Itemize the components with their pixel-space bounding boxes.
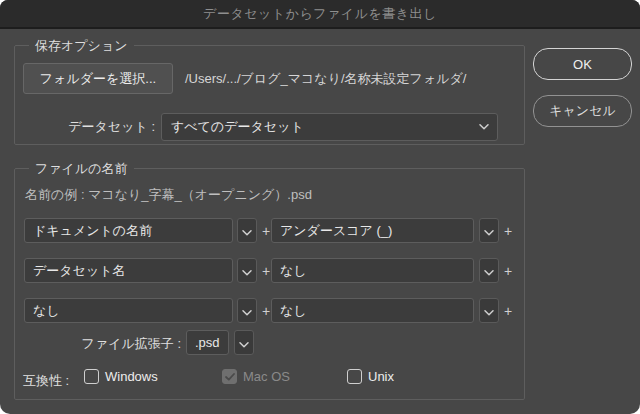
plus-separator: +: [262, 298, 270, 323]
name-token-field-6[interactable]: なし: [271, 298, 474, 323]
ok-button[interactable]: OK: [533, 48, 632, 80]
plus-separator: +: [504, 298, 512, 323]
chevron-down-icon: [484, 222, 494, 240]
file-name-group: ファイルの名前 名前の例 : マコなり_字幕_（オープニング）.psd ドキュメ…: [14, 168, 525, 400]
name-token-field-3[interactable]: データセット名: [24, 258, 233, 283]
ok-button-label: OK: [573, 57, 592, 72]
name-token-dropdown-button-2[interactable]: [479, 218, 499, 243]
windows-checkbox-label: Windows: [105, 369, 158, 384]
choose-folder-button[interactable]: フォルダーを選択...: [23, 63, 173, 94]
dialog-titlebar: データセットからファイルを書き出し: [0, 0, 640, 29]
compatibility-label: 互換性 :: [23, 372, 69, 390]
name-token-dropdown-button-1[interactable]: [237, 218, 257, 243]
unix-checkbox[interactable]: [347, 369, 362, 384]
dataset-select-value: すべてのデータセット: [162, 118, 479, 136]
name-token-dropdown-button-6[interactable]: [479, 298, 499, 323]
file-extension-field[interactable]: .psd: [186, 330, 229, 355]
plus-separator: +: [504, 218, 512, 243]
folder-path-text: /Users/.../ブログ_マコなり/名称未設定フォルダ/: [185, 70, 466, 88]
dialog-title: データセットからファイルを書き出し: [203, 5, 437, 23]
file-name-example: 名前の例 : マコなり_字幕_（オープニング）.psd: [25, 186, 312, 204]
windows-checkbox[interactable]: [84, 369, 99, 384]
dataset-select[interactable]: すべてのデータセット: [161, 113, 498, 141]
save-options-legend: 保存オプション: [29, 37, 134, 55]
file-extension-dropdown-button[interactable]: [234, 330, 254, 355]
plus-separator: +: [504, 258, 512, 283]
name-token-dropdown-button-5[interactable]: [237, 298, 257, 323]
macos-checkbox-label: Mac OS: [243, 369, 290, 384]
chevron-down-icon: [239, 334, 249, 352]
chevron-down-icon: [242, 222, 252, 240]
cancel-button[interactable]: キャンセル: [533, 95, 632, 127]
compat-macos-option: Mac OS: [222, 369, 290, 384]
name-token-row: ドキュメントの名前 + アンダースコア (_) +: [15, 218, 524, 243]
name-token-dropdown-button-3[interactable]: [237, 258, 257, 283]
choose-folder-button-label: フォルダーを選択...: [40, 70, 156, 88]
name-token-row: なし + なし +: [15, 298, 524, 323]
file-name-legend: ファイルの名前: [29, 160, 134, 178]
file-extension-label: ファイル拡張子 :: [15, 335, 181, 353]
compat-unix-option: Unix: [347, 369, 394, 384]
unix-checkbox-label: Unix: [368, 369, 394, 384]
chevron-down-icon: [484, 262, 494, 280]
chevron-down-icon: [242, 302, 252, 320]
name-token-row: データセット名 + なし +: [15, 258, 524, 283]
chevron-down-icon: [242, 262, 252, 280]
name-token-dropdown-button-4[interactable]: [479, 258, 499, 283]
chevron-down-icon: [484, 302, 494, 320]
export-datasets-dialog: データセットからファイルを書き出し OK キャンセル 保存オプション フォルダー…: [0, 0, 640, 414]
plus-separator: +: [262, 218, 270, 243]
plus-separator: +: [262, 258, 270, 283]
chevron-down-icon: [479, 124, 497, 130]
name-token-field-2[interactable]: アンダースコア (_): [271, 218, 474, 243]
macos-checkbox: [222, 369, 237, 384]
name-token-field-5[interactable]: なし: [24, 298, 233, 323]
cancel-button-label: キャンセル: [549, 102, 616, 120]
save-options-group: 保存オプション フォルダーを選択... /Users/.../ブログ_マコなり/…: [14, 45, 525, 145]
compat-windows-option: Windows: [84, 369, 158, 384]
name-token-field-4[interactable]: なし: [271, 258, 474, 283]
dataset-label: データセット :: [15, 118, 155, 136]
name-token-field-1[interactable]: ドキュメントの名前: [24, 218, 233, 243]
